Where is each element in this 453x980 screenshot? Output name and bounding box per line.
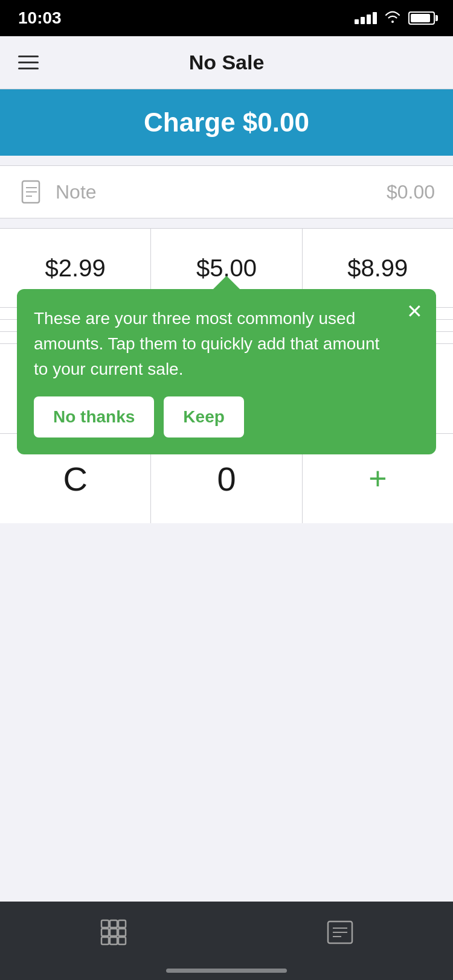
note-row[interactable]: Note $0.00 [0, 165, 453, 218]
svg-rect-5 [110, 920, 117, 928]
keep-button[interactable]: Keep [164, 396, 243, 438]
svg-rect-11 [110, 937, 117, 944]
list-icon [327, 919, 353, 951]
svg-rect-9 [118, 929, 126, 936]
note-icon [18, 179, 45, 205]
tooltip-buttons: No thanks Keep [34, 396, 419, 438]
svg-rect-6 [118, 920, 126, 928]
tooltip-text: These are your three most commonly used … [34, 306, 419, 382]
wifi-icon [384, 10, 401, 27]
tab-bar [0, 902, 453, 980]
charge-button[interactable]: Charge $0.00 [0, 89, 453, 156]
calculator: $2.99 $5.00 $8.99 ✕ These are your three… [0, 228, 453, 523]
section-gap-1 [0, 156, 453, 161]
charge-button-label: Charge $0.00 [144, 107, 309, 138]
keypad-icon [100, 919, 127, 951]
home-indicator [166, 969, 287, 973]
svg-rect-12 [118, 937, 126, 944]
svg-rect-7 [101, 929, 109, 936]
header: No Sale [0, 36, 453, 89]
tab-keypad[interactable] [89, 915, 138, 954]
status-time: 10:03 [18, 8, 62, 28]
signal-icon [355, 12, 377, 24]
tooltip-close-button[interactable]: ✕ [406, 300, 423, 323]
tooltip-arrow [213, 276, 240, 289]
note-label: Note [56, 181, 387, 203]
svg-rect-8 [110, 929, 117, 936]
tab-list[interactable] [316, 915, 364, 954]
menu-button[interactable] [18, 56, 39, 69]
section-gap-2 [0, 218, 453, 223]
page-title: No Sale [189, 51, 265, 74]
status-icons [355, 10, 435, 27]
svg-rect-4 [101, 920, 109, 928]
tooltip: ✕ These are your three most commonly use… [17, 289, 436, 454]
note-amount: $0.00 [387, 181, 435, 203]
no-thanks-button[interactable]: No thanks [34, 396, 154, 438]
status-bar: 10:03 [0, 0, 453, 36]
svg-rect-10 [101, 937, 109, 944]
battery-icon [408, 11, 435, 25]
